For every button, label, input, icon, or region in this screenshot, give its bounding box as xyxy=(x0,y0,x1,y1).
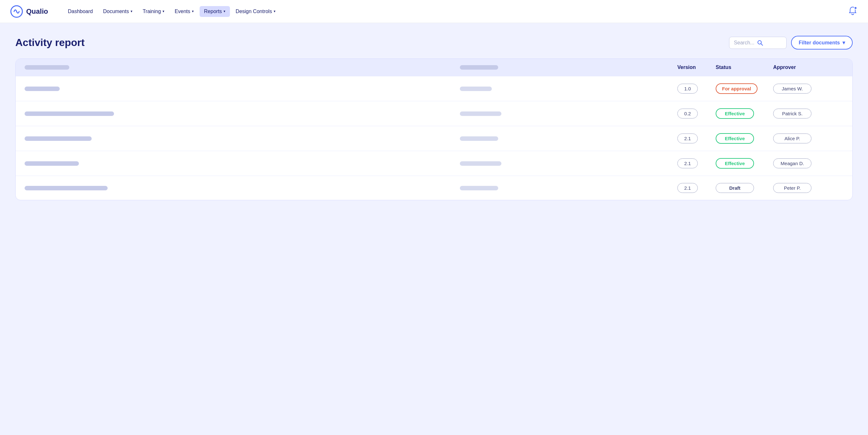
approver-badge: Patrick S. xyxy=(773,108,811,119)
col-meta-header xyxy=(460,65,677,70)
status-badge: Effective xyxy=(716,108,754,119)
status-badge: Effective xyxy=(716,158,754,168)
status-cell: Effective xyxy=(716,158,773,168)
chevron-down-icon: ▾ xyxy=(162,9,164,13)
version-cell: 1.0 xyxy=(677,84,716,94)
search-icon xyxy=(757,40,763,46)
status-badge: Draft xyxy=(716,183,754,193)
status-cell: Effective xyxy=(716,133,773,144)
chevron-down-icon: ▾ xyxy=(223,9,225,13)
table-row[interactable]: 2.1 Effective Meagan D. xyxy=(16,151,852,176)
doc-name-cell xyxy=(25,112,460,116)
logo-text: Qualio xyxy=(26,7,48,15)
doc-name-cell xyxy=(25,186,460,190)
nav-item-events[interactable]: Events ▾ xyxy=(170,6,198,17)
header-actions: Search... Filter documents ▾ xyxy=(729,36,853,50)
logo-icon xyxy=(10,5,23,18)
approver-badge: Meagan D. xyxy=(773,158,811,168)
page-title: Activity report xyxy=(15,37,85,49)
notification-bell[interactable] xyxy=(847,6,858,17)
nav-item-training[interactable]: Training ▾ xyxy=(138,6,169,17)
search-placeholder-text: Search... xyxy=(734,40,754,46)
notification-dot xyxy=(854,6,857,9)
col-doc-name-header xyxy=(25,65,460,70)
version-cell: 2.1 xyxy=(677,183,716,193)
version-cell: 2.1 xyxy=(677,158,716,168)
filter-documents-button[interactable]: Filter documents ▾ xyxy=(791,36,853,50)
version-badge: 1.0 xyxy=(677,84,698,94)
nav-links: Dashboard Documents ▾ Training ▾ Events … xyxy=(63,6,847,17)
table-row[interactable]: 1.0 For approval James W. xyxy=(16,76,852,101)
status-badge: Effective xyxy=(716,133,754,144)
doc-meta-cell xyxy=(460,112,677,116)
search-box[interactable]: Search... xyxy=(729,37,786,49)
version-cell: 2.1 xyxy=(677,133,716,144)
doc-name-cell xyxy=(25,87,460,91)
doc-meta-cell xyxy=(460,186,677,190)
table-row[interactable]: 2.1 Effective Alice P. xyxy=(16,126,852,151)
nav-item-documents[interactable]: Documents ▾ xyxy=(99,6,137,17)
table-header: Version Status Approver xyxy=(16,59,852,76)
table-row[interactable]: 2.1 Draft Peter P. xyxy=(16,176,852,200)
version-badge: 2.1 xyxy=(677,158,698,168)
chevron-down-icon: ▾ xyxy=(274,9,276,13)
status-cell: Effective xyxy=(716,108,773,119)
doc-meta-cell xyxy=(460,161,677,166)
approver-badge: James W. xyxy=(773,84,811,94)
version-badge: 0.2 xyxy=(677,108,698,119)
table-row[interactable]: 0.2 Effective Patrick S. xyxy=(16,101,852,126)
doc-name-cell xyxy=(25,136,460,141)
approver-cell: James W. xyxy=(773,84,831,94)
approver-badge: Peter P. xyxy=(773,183,811,193)
doc-name-cell xyxy=(25,161,460,166)
col1-header-placeholder xyxy=(25,65,69,70)
version-badge: 2.1 xyxy=(677,133,698,144)
nav-item-dashboard[interactable]: Dashboard xyxy=(63,6,97,17)
logo-link[interactable]: Qualio xyxy=(10,5,48,18)
chevron-down-icon: ▾ xyxy=(131,9,132,13)
col2-header-placeholder xyxy=(460,65,498,70)
status-cell: Draft xyxy=(716,183,773,193)
navbar: Qualio Dashboard Documents ▾ Training ▾ … xyxy=(0,0,868,23)
status-cell: For approval xyxy=(716,83,773,94)
chevron-down-icon: ▾ xyxy=(842,40,845,46)
svg-line-2 xyxy=(761,44,763,45)
version-cell: 0.2 xyxy=(677,108,716,119)
page-header: Activity report Search... Filter documen… xyxy=(15,36,853,50)
activity-report-table: Version Status Approver 1.0 For approval… xyxy=(15,58,853,200)
col-status-header: Status xyxy=(716,64,773,70)
main-content: Activity report Search... Filter documen… xyxy=(0,23,868,213)
version-badge: 2.1 xyxy=(677,183,698,193)
approver-badge: Alice P. xyxy=(773,133,811,144)
approver-cell: Peter P. xyxy=(773,183,831,193)
col-version-header: Version xyxy=(677,64,716,70)
approver-cell: Alice P. xyxy=(773,133,831,144)
col-approver-header: Approver xyxy=(773,64,831,70)
status-badge: For approval xyxy=(716,83,757,94)
nav-item-design-controls[interactable]: Design Controls ▾ xyxy=(231,6,280,17)
doc-meta-cell xyxy=(460,87,677,91)
nav-item-reports[interactable]: Reports ▾ xyxy=(199,6,230,17)
approver-cell: Patrick S. xyxy=(773,108,831,119)
doc-meta-cell xyxy=(460,136,677,141)
approver-cell: Meagan D. xyxy=(773,158,831,168)
chevron-down-icon: ▾ xyxy=(192,9,194,13)
